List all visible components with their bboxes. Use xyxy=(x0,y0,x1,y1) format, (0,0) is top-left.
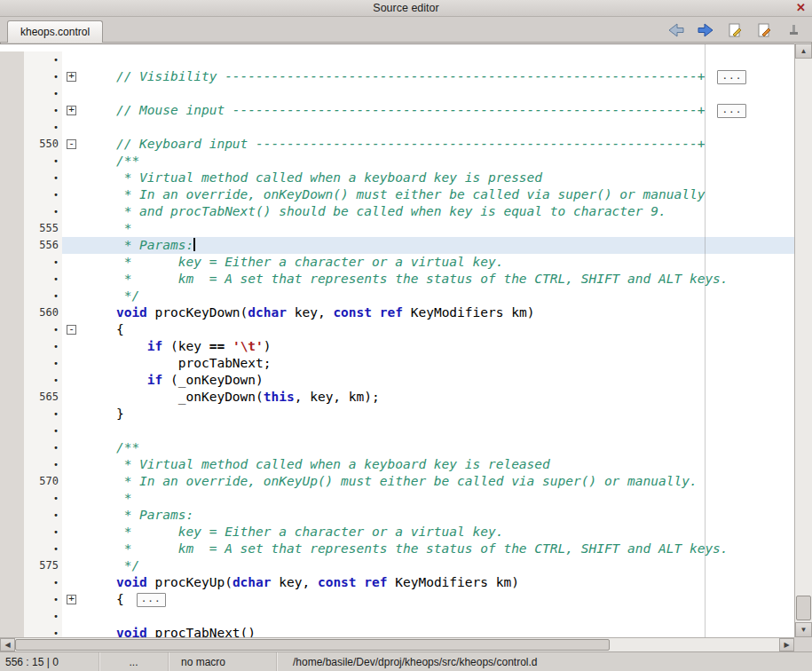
editor-line[interactable]: • void procKeyUp(dchar key, const ref Ke… xyxy=(0,574,794,591)
editor-line[interactable]: 556 * Params: xyxy=(0,237,794,254)
code-line[interactable]: void procTabNext() xyxy=(83,625,794,637)
doc-action-1-button[interactable] xyxy=(725,21,745,39)
editor-line[interactable]: •- { xyxy=(0,321,794,338)
code-line[interactable]: void procKeyDown(dchar key, const ref Ke… xyxy=(83,304,794,321)
editor-line[interactable]: 560 void procKeyDown(dchar key, const re… xyxy=(0,304,794,321)
fold-toggle[interactable]: + xyxy=(67,72,76,82)
editor-line[interactable]: • * and procTabNext() should be called w… xyxy=(0,203,794,220)
editor-line[interactable]: • /** xyxy=(0,439,794,456)
code-line[interactable]: void procKeyUp(dchar key, const ref KeyM… xyxy=(83,574,794,591)
code-line[interactable]: // Keyboard input ----------------------… xyxy=(83,136,794,153)
folded-region-box[interactable]: ... xyxy=(717,104,746,118)
fold-toggle[interactable]: + xyxy=(67,106,76,115)
editor-line[interactable]: •+ // Mouse input ----------------------… xyxy=(0,102,794,119)
gutter-marks-cell xyxy=(0,153,24,170)
editor-line[interactable]: • * In an override, onKeyDown() must eit… xyxy=(0,186,794,203)
close-button[interactable]: ✕ xyxy=(796,1,806,14)
scroll-left-button[interactable]: ◀ xyxy=(0,638,15,651)
vertical-scroll-thumb[interactable] xyxy=(796,596,811,620)
editor-line[interactable]: • xyxy=(0,608,794,625)
code-line[interactable]: } xyxy=(83,406,794,422)
code-line[interactable] xyxy=(83,51,794,68)
editor-line[interactable]: •+ {... xyxy=(0,591,794,608)
editor-line[interactable]: • */ xyxy=(0,288,794,304)
go-back-button[interactable] xyxy=(666,21,686,39)
editor-line[interactable]: • } xyxy=(0,406,794,422)
editor-line[interactable]: 575 */ xyxy=(0,557,794,574)
folded-region-box[interactable]: ... xyxy=(137,593,166,607)
editor-line[interactable]: 570 * In an override, onKeyUp() must eit… xyxy=(0,473,794,490)
code-line[interactable]: /** xyxy=(83,439,794,456)
fold-toggle[interactable]: - xyxy=(67,139,76,149)
code-token: procTabNext() xyxy=(147,626,256,637)
code-line[interactable]: /** xyxy=(83,153,794,170)
folded-region-box[interactable]: ... xyxy=(717,70,746,84)
doc-action-2-button[interactable] xyxy=(754,21,774,39)
code-line[interactable]: * Virtual method called when a keyboard … xyxy=(83,170,794,186)
code-line[interactable]: // Mouse input -------------------------… xyxy=(83,102,794,119)
editor-line[interactable]: • * km = A set that represents the statu… xyxy=(0,271,794,288)
editor-line[interactable]: • * km = A set that represents the statu… xyxy=(0,541,794,557)
code-line[interactable] xyxy=(83,608,794,625)
scroll-up-button[interactable]: ▲ xyxy=(795,43,812,59)
code-line[interactable]: * Virtual method called when a keyboard … xyxy=(83,456,794,473)
editor-line[interactable]: • xyxy=(0,422,794,439)
editor-line[interactable]: • xyxy=(0,119,794,136)
editor-line[interactable]: • /** xyxy=(0,153,794,170)
code-line[interactable] xyxy=(83,85,794,102)
code-line[interactable]: // Visibility --------------------------… xyxy=(83,68,794,85)
code-line[interactable]: * key = Either a character or a virtual … xyxy=(83,254,794,271)
code-line[interactable]: if (_onKeyDown) xyxy=(83,372,794,389)
go-forward-button[interactable] xyxy=(696,21,715,39)
editor-line[interactable]: • procTabNext; xyxy=(0,355,794,372)
code-line[interactable] xyxy=(83,422,794,439)
horizontal-scrollbar[interactable]: ◀ ▶ xyxy=(0,637,794,651)
code-line[interactable]: { xyxy=(83,321,794,338)
detach-editor-button[interactable] xyxy=(784,21,803,39)
editor-line[interactable]: • * Virtual method called when a keyboar… xyxy=(0,170,794,186)
code-token: * Params: xyxy=(85,238,193,252)
editor-line[interactable]: • * xyxy=(0,490,794,507)
code-line[interactable]: * xyxy=(83,220,794,237)
code-line[interactable]: * In an override, onKeyUp() must either … xyxy=(83,473,794,490)
code-line[interactable]: * xyxy=(83,490,794,507)
code-line[interactable]: * km = A set that represents the status … xyxy=(83,541,794,557)
editor-line[interactable]: 565 _onKeyDown(this, key, km); xyxy=(0,389,794,406)
editor-line[interactable]: 555 * xyxy=(0,220,794,237)
editor-line[interactable]: • void procTabNext() xyxy=(0,625,794,637)
code-line[interactable]: */ xyxy=(83,557,794,574)
fold-gutter-cell xyxy=(62,524,83,541)
vertical-scrollbar[interactable]: ▲ ▼ xyxy=(794,43,812,637)
editor-line[interactable]: • * Virtual method called when a keyboar… xyxy=(0,456,794,473)
code-line[interactable]: */ xyxy=(83,288,794,304)
editor-line[interactable]: • * key = Either a character or a virtua… xyxy=(0,524,794,541)
code-line[interactable] xyxy=(83,119,794,136)
editor-line[interactable]: • if (_onKeyDown) xyxy=(0,372,794,389)
editor-line[interactable]: • if (key == '\t') xyxy=(0,338,794,355)
horizontal-scroll-thumb[interactable] xyxy=(15,639,610,651)
code-line[interactable]: * Params: xyxy=(83,237,794,254)
code-line[interactable]: * km = A set that represents the status … xyxy=(83,271,794,288)
code-line[interactable]: * key = Either a character or a virtual … xyxy=(83,524,794,541)
gutter-marks-cell xyxy=(0,591,24,608)
editor-line[interactable]: • xyxy=(0,85,794,102)
code-line[interactable]: {... xyxy=(83,591,794,608)
fold-toggle[interactable]: + xyxy=(67,595,76,604)
code-line[interactable]: * Params: xyxy=(83,507,794,524)
editor-line[interactable]: 550- // Keyboard input -----------------… xyxy=(0,136,794,153)
code-line[interactable]: _onKeyDown(this, key, km); xyxy=(83,389,794,406)
editor-line[interactable]: •+ // Visibility -----------------------… xyxy=(0,68,794,85)
code-editor[interactable]: ••+ // Visibility ----------------------… xyxy=(0,43,794,637)
editor-line[interactable]: • xyxy=(0,51,794,68)
editor-line[interactable]: • * key = Either a character or a virtua… xyxy=(0,254,794,271)
tab-kheops-control[interactable]: kheops.control xyxy=(7,20,103,43)
scroll-right-button[interactable]: ▶ xyxy=(779,638,794,651)
code-line[interactable]: if (key == '\t') xyxy=(83,338,794,355)
editor-line[interactable]: • * Params: xyxy=(0,507,794,524)
code-line[interactable]: procTabNext; xyxy=(83,355,794,372)
scroll-down-button[interactable]: ▼ xyxy=(795,622,812,637)
code-line[interactable]: * In an override, onKeyDown() must eithe… xyxy=(83,186,794,203)
code-line[interactable]: * and procTabNext() should be called whe… xyxy=(83,203,794,220)
fold-toggle[interactable]: - xyxy=(67,325,76,335)
fold-gutter-cell xyxy=(62,541,83,557)
